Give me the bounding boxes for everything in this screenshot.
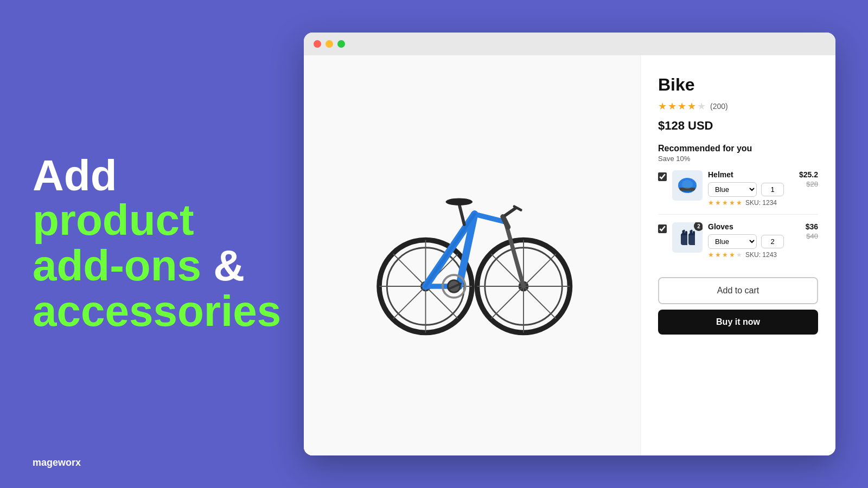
addon-helmet-controls: Blue Red Black (708, 182, 794, 197)
addon-gloves-sku: SKU: 1243 (745, 251, 777, 259)
addon-gloves-price-new: $36 (806, 222, 818, 231)
headline-connector: & (201, 241, 245, 290)
product-detail-panel: Bike ★ ★ ★ ★ ★ (200) $128 USD Recommende… (640, 55, 835, 455)
addon-helmet-qty[interactable] (761, 183, 784, 196)
addon-helmet-price-new: $25.2 (799, 170, 818, 179)
headline-line3: add-ons & (33, 243, 260, 288)
svg-line-9 (393, 286, 426, 319)
browser-dot-green[interactable] (337, 40, 345, 48)
svg-point-38 (682, 180, 693, 189)
star-2: ★ (668, 100, 676, 112)
headline-line2: product (33, 197, 260, 243)
addon-gloves-checkbox[interactable] (658, 224, 667, 233)
headline-line4: accessories (33, 288, 260, 334)
addon-gloves-image: 2 (672, 222, 703, 253)
browser-window: Bike ★ ★ ★ ★ ★ (200) $128 USD Recommende… (304, 33, 835, 455)
gloves-icon (676, 228, 698, 247)
product-stars: ★ ★ ★ ★ ★ (658, 100, 706, 112)
browser-dot-yellow[interactable] (326, 40, 333, 48)
addon-helmet-stars: ★ ★ ★ ★ ★ (708, 199, 742, 207)
svg-line-31 (459, 204, 464, 224)
browser-bar (304, 33, 835, 55)
addon-helmet-checkbox[interactable] (658, 172, 667, 181)
addon-gloves-stars: ★ ★ ★ ★ ★ (708, 251, 742, 259)
svg-point-32 (446, 198, 473, 206)
addon-gloves-badge: 2 (694, 222, 703, 231)
recommended-title: Recommended for you (658, 144, 818, 153)
star-1: ★ (658, 100, 667, 112)
review-count: (200) (710, 102, 728, 111)
addon-helmet-image (672, 170, 703, 201)
addon-gloves-color-select[interactable]: Blue Red Black (708, 234, 757, 249)
mageworx-logo: mageworx (33, 457, 81, 468)
star-3: ★ (678, 100, 686, 112)
svg-line-19 (524, 286, 556, 319)
addon-helmet-price: $25.2 $28 (799, 170, 818, 188)
addon-helmet-price-old: $28 (806, 180, 818, 188)
addon-gloves-controls: Blue Red Black (708, 234, 800, 249)
addon-gloves-price: $36 $40 (806, 222, 818, 240)
recommended-section: Recommended for you Save 10% (658, 144, 818, 266)
logo-text: mageworx (33, 457, 81, 468)
addon-helmet-color-select[interactable]: Blue Red Black (708, 182, 757, 197)
helmet-icon (676, 176, 698, 195)
product-price: $128 USD (658, 119, 818, 133)
svg-line-7 (393, 254, 426, 286)
addon-gloves-price-old: $40 (806, 232, 818, 240)
addon-gloves-rating-row: ★ ★ ★ ★ ★ SKU: 1243 (708, 251, 800, 259)
svg-line-20 (491, 286, 524, 319)
addon-helmet-rating-row: ★ ★ ★ ★ ★ SKU: 1234 (708, 199, 794, 207)
addon-helmet-details: Helmet Blue Red Black ★ (708, 170, 794, 207)
star-4: ★ (687, 100, 696, 112)
addon-helmet: Helmet Blue Red Black ★ (658, 170, 818, 215)
addon-helmet-name: Helmet (708, 170, 794, 179)
save-text: Save 10% (658, 155, 818, 163)
addon-gloves-qty[interactable] (761, 235, 784, 248)
addon-gloves: 2 (658, 222, 818, 266)
browser-content: Bike ★ ★ ★ ★ ★ (200) $128 USD Recommende… (304, 55, 835, 455)
add-to-cart-button[interactable]: Add to cart (658, 277, 818, 304)
svg-line-29 (506, 208, 516, 215)
svg-line-21 (524, 254, 556, 286)
addon-gloves-name: Gloves (708, 222, 800, 231)
bike-image (369, 163, 575, 348)
rating-row: ★ ★ ★ ★ ★ (200) (658, 100, 818, 112)
product-title: Bike (658, 75, 818, 95)
star-5: ★ (697, 100, 706, 112)
buy-now-button[interactable]: Buy it now (658, 310, 818, 335)
browser-dot-red[interactable] (314, 40, 321, 48)
addon-helmet-sku: SKU: 1234 (745, 199, 777, 207)
addon-gloves-details: Gloves Blue Red Black ★ (708, 222, 800, 259)
headline-add-ons: add-ons (33, 241, 201, 290)
product-image-area (304, 55, 640, 455)
left-panel: Add product add-ons & accessories (0, 111, 293, 377)
headline-line1: Add (33, 154, 260, 197)
svg-line-28 (503, 217, 508, 227)
